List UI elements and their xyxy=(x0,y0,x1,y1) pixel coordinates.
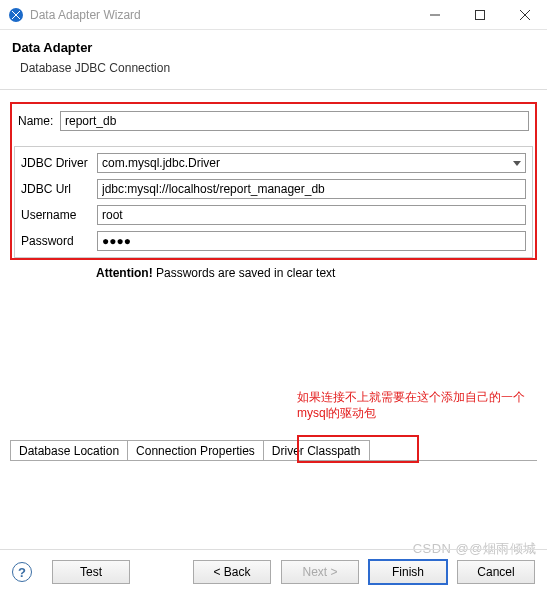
password-row: Password xyxy=(21,231,526,251)
svg-rect-2 xyxy=(475,10,484,19)
tab-underline xyxy=(10,460,537,461)
page-title: Data Adapter xyxy=(12,40,535,55)
next-button[interactable]: Next > xyxy=(281,560,359,584)
annotation-text: 如果连接不上就需要在这个添加自己的一个mysql的驱动包 xyxy=(297,390,527,421)
jdbc-driver-label: JDBC Driver xyxy=(21,156,97,170)
app-icon xyxy=(8,7,24,23)
content-area: Name: JDBC Driver com.mysql.jdbc.Driver … xyxy=(0,90,547,280)
password-input[interactable] xyxy=(97,231,526,251)
help-icon[interactable]: ? xyxy=(12,562,32,582)
back-button[interactable]: < Back xyxy=(193,560,271,584)
name-row: Name: xyxy=(12,104,535,138)
chevron-down-icon xyxy=(509,154,525,172)
finish-button[interactable]: Finish xyxy=(369,560,447,584)
highlight-box: Name: JDBC Driver com.mysql.jdbc.Driver … xyxy=(10,102,537,260)
window-title: Data Adapter Wizard xyxy=(30,8,412,22)
jdbc-driver-row: JDBC Driver com.mysql.jdbc.Driver xyxy=(21,153,526,173)
connection-fieldset: JDBC Driver com.mysql.jdbc.Driver JDBC U… xyxy=(14,146,533,258)
test-button[interactable]: Test xyxy=(52,560,130,584)
tab-connection-properties[interactable]: Connection Properties xyxy=(127,440,264,461)
attention-message: Attention! Passwords are saved in clear … xyxy=(10,260,537,280)
close-icon xyxy=(520,10,530,20)
maximize-button[interactable] xyxy=(457,0,502,29)
attention-text: Passwords are saved in clear text xyxy=(153,266,336,280)
jdbc-url-row: JDBC Url xyxy=(21,179,526,199)
jdbc-url-label: JDBC Url xyxy=(21,182,97,196)
username-input[interactable] xyxy=(97,205,526,225)
tab-driver-classpath[interactable]: Driver Classpath xyxy=(263,440,370,461)
username-row: Username xyxy=(21,205,526,225)
titlebar: Data Adapter Wizard xyxy=(0,0,547,30)
name-input[interactable] xyxy=(60,111,529,131)
minimize-button[interactable] xyxy=(412,0,457,29)
username-label: Username xyxy=(21,208,97,222)
wizard-header: Data Adapter Database JDBC Connection xyxy=(0,30,547,90)
maximize-icon xyxy=(475,10,485,20)
page-subtitle: Database JDBC Connection xyxy=(20,61,535,75)
password-label: Password xyxy=(21,234,97,248)
close-button[interactable] xyxy=(502,0,547,29)
jdbc-url-input[interactable] xyxy=(97,179,526,199)
cancel-button[interactable]: Cancel xyxy=(457,560,535,584)
name-label: Name: xyxy=(18,114,60,128)
attention-bold: Attention! xyxy=(96,266,153,280)
jdbc-driver-value: com.mysql.jdbc.Driver xyxy=(98,154,509,172)
tab-bar: Database Location Connection Properties … xyxy=(10,440,369,461)
window-controls xyxy=(412,0,547,29)
tab-database-location[interactable]: Database Location xyxy=(10,440,128,461)
footer: ? Test < Back Next > Finish Cancel xyxy=(0,549,547,594)
minimize-icon xyxy=(430,10,440,20)
jdbc-driver-select[interactable]: com.mysql.jdbc.Driver xyxy=(97,153,526,173)
